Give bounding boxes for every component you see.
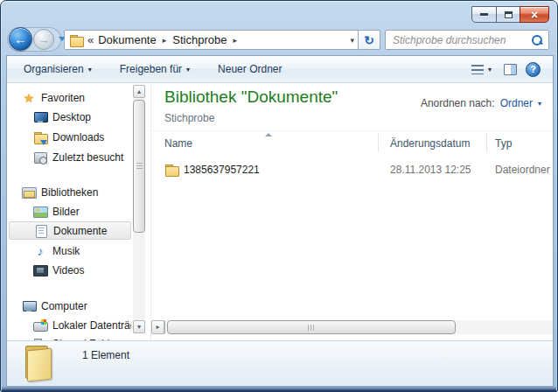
sidebar-label: Bilder <box>52 206 80 218</box>
scroll-right-icon: ▸ <box>156 324 159 331</box>
content-area: ★ Favoriten Desktop Downloads Zuletzt be… <box>7 83 553 340</box>
sidebar-label: Computer <box>41 300 87 312</box>
organize-label: Organisieren <box>24 63 84 75</box>
sidebar-label: Downloads <box>52 131 104 144</box>
sidebar-item-local-disk[interactable]: Lokaler Datenträg <box>9 316 131 334</box>
header-separator <box>151 130 553 131</box>
scroll-up-icon: ▴ <box>137 88 141 95</box>
breadcrumb-separator-icon[interactable]: ▸ <box>161 36 169 45</box>
maximize-button[interactable] <box>496 6 520 23</box>
videos-icon <box>33 263 47 277</box>
close-button[interactable]: × <box>520 6 549 23</box>
refresh-icon: ↻ <box>364 33 374 47</box>
sidebar-item-shared-folders[interactable]: Shared Folders <box>9 334 131 340</box>
sidebar-scrollbar: ▴ ▾ <box>133 85 145 333</box>
maximize-icon <box>505 11 513 18</box>
sidebar-label: Zuletzt besucht <box>52 151 123 164</box>
sidebar-label: Dokumente <box>53 225 107 237</box>
sidebar-item-bilder[interactable]: Bilder <box>9 202 131 220</box>
column-header-modified[interactable]: Änderungsdatum <box>390 137 470 150</box>
column-header-name[interactable]: Name <box>164 137 192 150</box>
downloads-icon <box>33 130 47 144</box>
scrollbar-thumb[interactable] <box>167 320 456 334</box>
help-icon: ? <box>530 64 536 74</box>
item-count: 1 Element <box>82 349 129 361</box>
sidebar-label: Favoriten <box>41 92 85 104</box>
toolbar-right-icons: ▾ ? <box>468 59 544 80</box>
address-dropdown-icon[interactable]: ▾ <box>350 36 354 45</box>
scroll-right-button[interactable]: ▸ <box>151 320 164 334</box>
organize-button[interactable]: Organisieren ▾ <box>16 59 100 80</box>
sidebar-section-computer[interactable]: Computer <box>9 297 131 315</box>
breadcrumb-item-stichprobe[interactable]: Stichprobe <box>172 33 227 46</box>
file-name: 1385637957221 <box>184 164 260 176</box>
chevron-down-icon[interactable]: ▾ <box>538 100 541 108</box>
arrange-label: Anordnen nach: <box>421 97 495 109</box>
share-button[interactable]: Freigeben für ▾ <box>112 59 198 80</box>
sidebar-section-favorites[interactable]: ★ Favoriten <box>9 88 131 107</box>
sidebar-item-downloads[interactable]: Downloads <box>9 128 131 146</box>
sidebar-item-desktop[interactable]: Desktop <box>9 108 131 126</box>
scroll-up-button[interactable]: ▴ <box>133 85 145 98</box>
hard-drive-icon <box>33 318 47 332</box>
back-button[interactable]: ← <box>9 27 32 51</box>
explorer-window: × ← → « Dokumente ▸ Stichprobe ▸ ▾ ↻ Org… <box>0 0 558 392</box>
sort-ascending-icon <box>265 133 272 136</box>
new-folder-label: Neuer Ordner <box>218 63 282 75</box>
breadcrumb-separator-icon[interactable]: ▸ <box>231 36 239 45</box>
scrollbar-thumb[interactable] <box>133 100 145 233</box>
sidebar-section-libraries[interactable]: Bibliotheken <box>9 183 131 201</box>
arrange-value-dropdown[interactable]: Ordner <box>500 97 533 109</box>
file-modified-date: 28.11.2013 12:25 <box>390 164 471 176</box>
search-input[interactable] <box>391 33 531 47</box>
sidebar-item-musik[interactable]: ♪ Musik <box>9 242 131 260</box>
address-bar[interactable]: « Dokumente ▸ Stichprobe ▸ ▾ <box>64 30 359 50</box>
column-divider[interactable] <box>486 133 487 152</box>
refresh-button[interactable]: ↻ <box>358 30 380 50</box>
chevron-down-icon: ▾ <box>88 66 92 74</box>
scroll-down-button[interactable]: ▾ <box>133 320 145 333</box>
chevron-down-icon: ▾ <box>186 66 190 74</box>
minimize-icon <box>480 13 488 16</box>
chevron-down-icon: ▾ <box>488 66 492 74</box>
navigation-pane: ★ Favoriten Desktop Downloads Zuletzt be… <box>7 83 150 340</box>
sidebar-label: Lokaler Datenträg <box>52 319 131 332</box>
arrange-by: Anordnen nach: Ordner ▾ <box>421 97 541 109</box>
views-button[interactable]: ▾ <box>468 59 495 80</box>
column-divider[interactable] <box>378 133 379 152</box>
command-toolbar: Organisieren ▾ Freigeben für ▾ Neuer Ord… <box>7 56 553 83</box>
forward-icon: → <box>38 34 50 46</box>
recent-places-icon <box>33 150 47 164</box>
music-icon: ♪ <box>33 244 47 258</box>
column-headers: Name Änderungsdatum Typ <box>151 132 553 153</box>
library-subtitle: Stichprobe <box>164 112 214 124</box>
new-folder-button[interactable]: Neuer Ordner <box>210 59 289 80</box>
pictures-icon <box>33 205 47 219</box>
sidebar-item-dokumente[interactable]: Dokumente <box>9 221 131 240</box>
sidebar-item-videos[interactable]: Videos <box>9 261 131 279</box>
forward-button[interactable]: → <box>33 29 54 50</box>
sidebar-label: Musik <box>52 245 80 257</box>
computer-icon <box>22 299 36 313</box>
close-icon: × <box>531 9 538 21</box>
minimize-button[interactable] <box>471 6 497 23</box>
views-icon <box>471 65 484 74</box>
sidebar-item-recent[interactable]: Zuletzt besucht <box>9 148 131 166</box>
address-folder-icon <box>69 33 83 47</box>
column-header-type[interactable]: Typ <box>495 137 512 150</box>
back-icon: ← <box>14 32 27 46</box>
breadcrumb-overflow-button[interactable]: « <box>87 33 94 46</box>
file-list-pane: Bibliothek "Dokumente" Stichprobe Anordn… <box>150 83 553 340</box>
details-pane: 1 Element <box>7 340 553 386</box>
preview-pane-button[interactable] <box>504 64 517 75</box>
file-type: Dateiordner <box>495 164 550 176</box>
sidebar-label: Videos <box>52 264 84 276</box>
file-row[interactable]: 1385637957221 28.11.2013 12:25 Dateiordn… <box>151 160 553 179</box>
library-title: Bibliothek "Dokumente" <box>164 88 338 107</box>
help-button[interactable]: ? <box>526 62 541 77</box>
scroll-down-icon: ▾ <box>137 324 141 331</box>
star-icon: ★ <box>22 91 36 105</box>
sidebar-label: Bibliotheken <box>41 186 98 199</box>
search-box <box>385 30 549 50</box>
breadcrumb-item-dokumente[interactable]: Dokumente <box>98 33 156 46</box>
